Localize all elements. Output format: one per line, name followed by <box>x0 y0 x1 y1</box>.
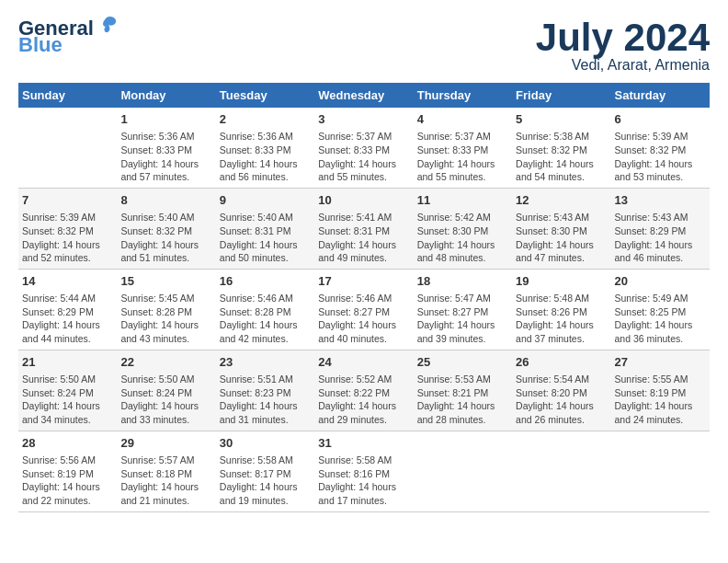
title-block: July 2024 Vedi, Ararat, Armenia <box>536 18 710 74</box>
logo: General Blue <box>18 18 118 57</box>
calendar-cell: 3Sunrise: 5:37 AMSunset: 8:33 PMDaylight… <box>314 108 413 188</box>
table-row: 7Sunrise: 5:39 AMSunset: 8:32 PMDaylight… <box>18 188 710 269</box>
calendar-cell: 29Sunrise: 5:57 AMSunset: 8:18 PMDayligh… <box>117 431 215 511</box>
calendar-cell <box>414 431 512 511</box>
calendar-cell: 28Sunrise: 5:56 AMSunset: 8:19 PMDayligh… <box>18 431 117 511</box>
calendar-cell <box>611 431 710 511</box>
calendar-cell: 24Sunrise: 5:52 AMSunset: 8:22 PMDayligh… <box>314 350 413 431</box>
calendar-cell: 17Sunrise: 5:46 AMSunset: 8:27 PMDayligh… <box>314 269 413 350</box>
calendar-subtitle: Vedi, Ararat, Armenia <box>536 57 710 74</box>
table-row: 21Sunrise: 5:50 AMSunset: 8:24 PMDayligh… <box>18 350 710 431</box>
calendar-table: Sunday Monday Tuesday Wednesday Thursday… <box>18 83 710 512</box>
calendar-cell: 16Sunrise: 5:46 AMSunset: 8:28 PMDayligh… <box>216 269 314 350</box>
calendar-cell: 20Sunrise: 5:49 AMSunset: 8:25 PMDayligh… <box>611 269 710 350</box>
col-tuesday: Tuesday <box>216 83 314 108</box>
table-row: 14Sunrise: 5:44 AMSunset: 8:29 PMDayligh… <box>18 269 710 350</box>
calendar-cell: 2Sunrise: 5:36 AMSunset: 8:33 PMDaylight… <box>216 108 314 188</box>
col-saturday: Saturday <box>611 83 710 108</box>
calendar-cell <box>512 431 610 511</box>
calendar-cell: 18Sunrise: 5:47 AMSunset: 8:27 PMDayligh… <box>414 269 512 350</box>
calendar-cell: 8Sunrise: 5:40 AMSunset: 8:32 PMDaylight… <box>117 188 215 269</box>
calendar-cell: 13Sunrise: 5:43 AMSunset: 8:29 PMDayligh… <box>611 188 710 269</box>
col-wednesday: Wednesday <box>314 83 413 108</box>
calendar-title: July 2024 <box>536 18 710 57</box>
table-row: 28Sunrise: 5:56 AMSunset: 8:19 PMDayligh… <box>18 431 710 511</box>
col-monday: Monday <box>117 83 215 108</box>
col-friday: Friday <box>512 83 610 108</box>
calendar-cell: 15Sunrise: 5:45 AMSunset: 8:28 PMDayligh… <box>117 269 215 350</box>
calendar-cell: 30Sunrise: 5:58 AMSunset: 8:17 PMDayligh… <box>216 431 314 511</box>
calendar-cell: 9Sunrise: 5:40 AMSunset: 8:31 PMDaylight… <box>216 188 314 269</box>
calendar-cell: 5Sunrise: 5:38 AMSunset: 8:32 PMDaylight… <box>512 108 610 188</box>
calendar-cell <box>18 108 117 188</box>
calendar-cell: 26Sunrise: 5:54 AMSunset: 8:20 PMDayligh… <box>512 350 610 431</box>
calendar-cell: 1Sunrise: 5:36 AMSunset: 8:33 PMDaylight… <box>117 108 215 188</box>
col-thursday: Thursday <box>414 83 512 108</box>
calendar-cell: 21Sunrise: 5:50 AMSunset: 8:24 PMDayligh… <box>18 350 117 431</box>
calendar-cell: 23Sunrise: 5:51 AMSunset: 8:23 PMDayligh… <box>216 350 314 431</box>
calendar-cell: 22Sunrise: 5:50 AMSunset: 8:24 PMDayligh… <box>117 350 215 431</box>
calendar-cell: 19Sunrise: 5:48 AMSunset: 8:26 PMDayligh… <box>512 269 610 350</box>
calendar-cell: 27Sunrise: 5:55 AMSunset: 8:19 PMDayligh… <box>611 350 710 431</box>
calendar-cell: 6Sunrise: 5:39 AMSunset: 8:32 PMDaylight… <box>611 108 710 188</box>
calendar-cell: 10Sunrise: 5:41 AMSunset: 8:31 PMDayligh… <box>314 188 413 269</box>
table-row: 1Sunrise: 5:36 AMSunset: 8:33 PMDaylight… <box>18 108 710 188</box>
col-sunday: Sunday <box>18 83 117 108</box>
calendar-cell: 4Sunrise: 5:37 AMSunset: 8:33 PMDaylight… <box>414 108 512 188</box>
calendar-cell: 11Sunrise: 5:42 AMSunset: 8:30 PMDayligh… <box>414 188 512 269</box>
calendar-cell: 12Sunrise: 5:43 AMSunset: 8:30 PMDayligh… <box>512 188 610 269</box>
calendar-cell: 7Sunrise: 5:39 AMSunset: 8:32 PMDaylight… <box>18 188 117 269</box>
calendar-cell: 25Sunrise: 5:53 AMSunset: 8:21 PMDayligh… <box>414 350 512 431</box>
calendar-cell: 14Sunrise: 5:44 AMSunset: 8:29 PMDayligh… <box>18 269 117 350</box>
page-header: General Blue July 2024 Vedi, Ararat, Arm… <box>18 18 710 74</box>
header-row: Sunday Monday Tuesday Wednesday Thursday… <box>18 83 710 108</box>
calendar-cell: 31Sunrise: 5:58 AMSunset: 8:16 PMDayligh… <box>314 431 413 511</box>
